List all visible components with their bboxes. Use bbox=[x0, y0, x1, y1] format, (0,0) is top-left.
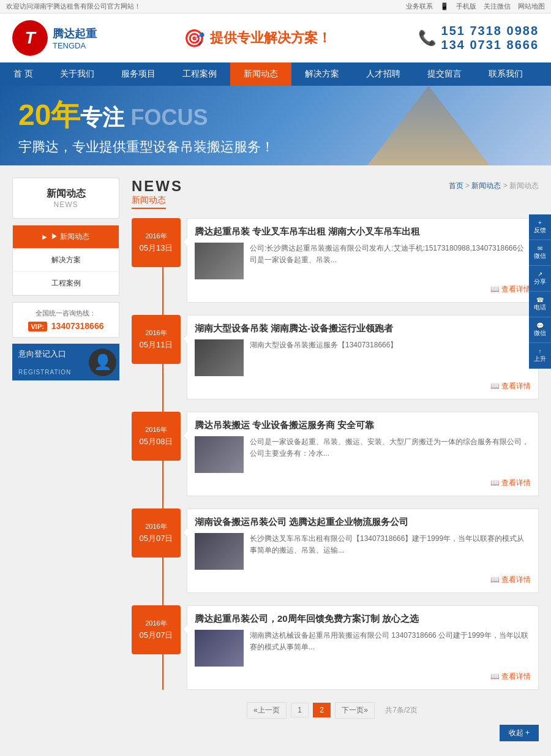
news-read-more-1: 📖 查看详情 bbox=[195, 284, 531, 295]
prev-page[interactable]: «上一页 bbox=[247, 702, 287, 719]
sidebar-menu-solutions[interactable]: 解决方案 bbox=[13, 249, 119, 272]
hotline-number: VIP: 13407318666 bbox=[19, 321, 113, 331]
nav-services[interactable]: 服务项目 bbox=[108, 62, 169, 86]
news-item-4: 2016年 05月07日 湖南设备搬运吊装公司 选腾达起重企业物流服务公司 长沙… bbox=[181, 508, 539, 593]
news-read-more-3: 📖 查看详情 bbox=[195, 478, 531, 488]
read-more-icon-1: 📖 bbox=[490, 285, 500, 293]
news-item: 2016年 05月13日 腾达起重吊装 专业叉车吊车出租 湖南大小叉车吊车出租 … bbox=[181, 218, 539, 303]
top-link-wechat[interactable]: 关注微信 bbox=[484, 2, 511, 11]
slogan-text: 提供专业解决方案！ bbox=[210, 29, 331, 47]
phone-number-1: 151 7318 0988 bbox=[441, 24, 539, 38]
logo-t-letter: T bbox=[24, 28, 35, 48]
sidebar-share[interactable]: ↗ 分享 bbox=[529, 266, 551, 292]
news-card-1: 腾达起重吊装 专业叉车吊车出租 湖南大小叉车吊车出租 公司:长沙腾达起重吊装搬运… bbox=[187, 218, 539, 303]
news-date-3: 05月08日 bbox=[137, 436, 176, 447]
hero-building bbox=[367, 86, 490, 165]
header: T 腾达起重 TENGDA 🎯 提供专业解决方案！ 📞 151 7318 098… bbox=[0, 13, 551, 62]
nav-about[interactable]: 关于我们 bbox=[47, 62, 108, 86]
sidebar-msg[interactable]: 💬 微信 bbox=[529, 317, 551, 343]
register-box[interactable]: 意向登记入口 REGISTRATION 👤 bbox=[12, 344, 119, 380]
vip-badge: VIP: bbox=[28, 322, 47, 331]
news-year-3: 2016年 bbox=[137, 425, 176, 434]
page-1[interactable]: 1 bbox=[291, 703, 309, 717]
header-phone: 📞 151 7318 0988 134 0731 8666 bbox=[418, 24, 539, 52]
news-card-content-3: 公司是一家设备起重、吊装、搬运、安装、大型厂房搬迁为一体的综合服务有限公司，公司… bbox=[195, 436, 531, 473]
read-more-link-4[interactable]: 📖 查看详情 bbox=[490, 575, 531, 584]
news-date-2: 05月11日 bbox=[137, 339, 176, 350]
hero-banner: 20年 专注 FOCUS 宇腾达，专业提供重型设备吊装搬运服务！ bbox=[0, 86, 551, 165]
page-2[interactable]: 2 bbox=[313, 703, 331, 717]
news-card-4: 湖南设备搬运吊装公司 选腾达起重企业物流服务公司 长沙腾达叉车吊车出租有限公司【… bbox=[187, 508, 539, 593]
news-card-text-1: 公司:长沙腾达起重吊装搬运有限公司发布人:艾迪手机:15173180988,13… bbox=[250, 243, 531, 279]
breadcrumb-news[interactable]: 新闻动态 bbox=[471, 181, 501, 190]
sidebar-menu-news[interactable]: ▶ 新闻动态 bbox=[13, 225, 119, 249]
news-content: 首页 > 新闻动态 > 新闻动态 NEWS 新闻动态 2016年 05月13日 … bbox=[132, 178, 539, 747]
hotline-num-text: 13407318666 bbox=[51, 321, 104, 331]
sidebar-wechat[interactable]: ✉ 微信 bbox=[529, 240, 551, 266]
news-card-title-1: 腾达起重吊装 专业叉车吊车出租 湖南大小叉车吊车出租 bbox=[195, 226, 531, 238]
news-card-title-2: 湖南大型设备吊装 湖南腾达-设备搬运行业领跑者 bbox=[195, 323, 531, 335]
news-year-5: 2016年 bbox=[137, 619, 176, 628]
read-more-link-2[interactable]: 📖 查看详情 bbox=[490, 382, 531, 390]
breadcrumb: 首页 > 新闻动态 > 新闻动态 bbox=[449, 181, 539, 191]
share-icon: ↗ bbox=[531, 271, 549, 278]
sidebar-top[interactable]: ↑ 上升 bbox=[529, 343, 551, 369]
read-more-icon-4: 📖 bbox=[490, 575, 500, 584]
nav-recruit[interactable]: 人才招聘 bbox=[353, 62, 414, 86]
hero-text: 20年 专注 FOCUS 宇腾达，专业提供重型设备吊装搬运服务！ bbox=[18, 96, 274, 156]
wechat-icon: ✉ bbox=[531, 245, 549, 252]
read-more-link-3[interactable]: 📖 查看详情 bbox=[490, 478, 531, 487]
news-card-3: 腾达吊装搬运 专业设备搬运服务商 安全可靠 公司是一家设备起重、吊装、搬运、安装… bbox=[187, 412, 539, 496]
news-item-5: 2016年 05月07日 腾达起重吊装公司，20周年回馈免费方案订制 放心之选 … bbox=[181, 605, 539, 690]
brand-name: 腾达起重 bbox=[53, 26, 97, 41]
nav-solutions[interactable]: 解决方案 bbox=[291, 62, 353, 86]
news-card-5: 腾达起重吊装公司，20周年回馈免费方案订制 放心之选 湖南腾达机械设备起重吊用装… bbox=[187, 605, 539, 690]
nav-contact[interactable]: 联系我们 bbox=[475, 62, 536, 86]
register-label: 意向登记入口 bbox=[18, 349, 66, 360]
phone-number-2: 134 0731 8666 bbox=[441, 38, 539, 52]
top-link-mobile[interactable]: 手机版 bbox=[456, 2, 476, 11]
read-more-link-1[interactable]: 📖 查看详情 bbox=[490, 285, 531, 293]
avatar-icon: 👤 bbox=[94, 353, 112, 371]
nav-home[interactable]: 首 页 bbox=[0, 62, 47, 86]
breadcrumb-home[interactable]: 首页 bbox=[449, 181, 463, 190]
top-link-business[interactable]: 业务联系 bbox=[406, 2, 433, 11]
phone-numbers: 151 7318 0988 134 0731 8666 bbox=[441, 24, 539, 52]
read-more-link-5[interactable]: 📖 查看详情 bbox=[490, 672, 531, 681]
sidebar-menu-cases[interactable]: 工程案例 bbox=[13, 272, 119, 295]
register-en: REGISTRATION bbox=[18, 369, 71, 376]
collect-button[interactable]: 收起 + bbox=[500, 725, 539, 741]
top-link-sitemap[interactable]: 网站地图 bbox=[518, 2, 545, 11]
news-card-img-5 bbox=[195, 630, 244, 667]
read-more-icon-5: 📖 bbox=[490, 672, 500, 681]
sidebar-title-en: News bbox=[22, 200, 110, 209]
main-container: 新闻动态 News ▶ 新闻动态 解决方案 工程案例 全国统一咨询热线： VIP… bbox=[0, 165, 551, 756]
breadcrumb-current: 新闻动态 bbox=[509, 181, 539, 190]
news-card-img-1 bbox=[195, 243, 244, 279]
news-card-title-5: 腾达起重吊装公司，20周年回馈免费方案订制 放心之选 bbox=[195, 613, 531, 625]
top-bar-links: 业务联系 📱 手机版 关注微信 网站地图 bbox=[406, 2, 545, 11]
hero-focus-cn: 专注 bbox=[80, 103, 124, 133]
hotline-label: 全国统一咨询热线： bbox=[19, 309, 113, 318]
news-date-1: 05月13日 bbox=[137, 243, 176, 254]
date-box-3: 2016年 05月08日 bbox=[132, 412, 181, 461]
nav-feedback[interactable]: 提交留言 bbox=[414, 62, 475, 86]
hero-subtitle: 宇腾达，专业提供重型设备吊装搬运服务！ bbox=[18, 138, 274, 156]
news-timeline: 2016年 05月13日 腾达起重吊装 专业叉车吊车出租 湖南大小叉车吊车出租 … bbox=[132, 218, 539, 690]
news-item-3: 2016年 05月08日 腾达吊装搬运 专业设备搬运服务商 安全可靠 公司是一家… bbox=[181, 412, 539, 496]
phone-icon: ☎ bbox=[531, 297, 549, 303]
date-box-2: 2016年 05月11日 bbox=[132, 315, 181, 364]
sidebar-title-cn: 新闻动态 bbox=[22, 187, 110, 200]
sidebar-phone[interactable]: ☎ 电话 bbox=[529, 292, 551, 317]
news-card-content-4: 长沙腾达叉车吊车出租有限公司【13407318666】建于1999年，当年以联赛… bbox=[195, 533, 531, 570]
news-date-4: 05月07日 bbox=[137, 533, 176, 544]
news-card-text-3: 公司是一家设备起重、吊装、搬运、安装、大型厂房搬迁为一体的综合服务有限公司，公司… bbox=[250, 436, 531, 473]
sidebar-title-box: 新闻动态 News bbox=[12, 178, 119, 219]
next-page[interactable]: 下一页» bbox=[335, 702, 375, 719]
logo: T 腾达起重 TENGDA bbox=[12, 20, 97, 56]
nav-cases[interactable]: 工程案例 bbox=[169, 62, 230, 86]
sidebar-feedback[interactable]: + 反馈 bbox=[529, 214, 551, 240]
nav-news[interactable]: 新闻动态 bbox=[230, 62, 291, 86]
news-card-content-2: 湖南大型设备吊装搬运服务【13407318666】 bbox=[195, 339, 531, 376]
date-box-4: 2016年 05月07日 bbox=[132, 508, 181, 558]
